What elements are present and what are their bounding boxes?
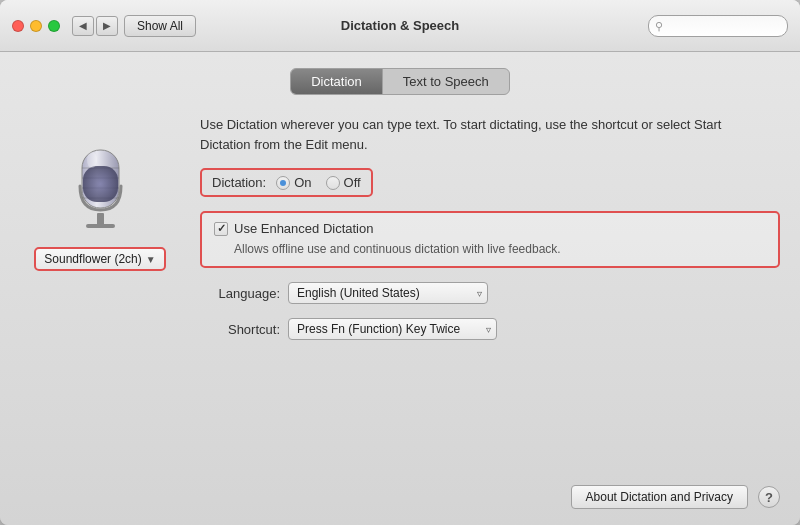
nav-buttons: ◀ ▶ xyxy=(72,16,118,36)
search-icon: ⚲ xyxy=(655,19,663,32)
right-panel: Use Dictation wherever you can type text… xyxy=(200,115,780,509)
radio-off[interactable]: Off xyxy=(326,175,361,190)
maximize-button[interactable] xyxy=(48,20,60,32)
language-select-wrapper: English (United States) English (United … xyxy=(288,282,488,304)
show-all-button[interactable]: Show All xyxy=(124,15,196,37)
tab-text-to-speech[interactable]: Text to Speech xyxy=(383,69,509,94)
about-dictation-button[interactable]: About Dictation and Privacy xyxy=(571,485,748,509)
radio-on[interactable]: On xyxy=(276,175,311,190)
tabs: Dictation Text to Speech xyxy=(290,68,510,95)
soundflower-dropdown[interactable]: Soundflower (2ch) ▼ xyxy=(34,247,165,271)
forward-button[interactable]: ▶ xyxy=(96,16,118,36)
microphone-icon xyxy=(60,135,140,235)
bottom-row: About Dictation and Privacy ? xyxy=(200,475,780,509)
dictation-toggle-row: Dictation: On Off xyxy=(200,168,373,197)
window-title: Dictation & Speech xyxy=(341,18,459,33)
main-panel: Soundflower (2ch) ▼ Use Dictation wherev… xyxy=(20,115,780,509)
content-area: Dictation Text to Speech xyxy=(0,52,800,525)
minimize-button[interactable] xyxy=(30,20,42,32)
description-text: Use Dictation wherever you can type text… xyxy=(200,115,780,154)
search-input[interactable] xyxy=(648,15,788,37)
svg-rect-1 xyxy=(86,224,115,228)
radio-on-label: On xyxy=(294,175,311,190)
titlebar: ◀ ▶ Show All Dictation & Speech ⚲ xyxy=(0,0,800,52)
shortcut-select[interactable]: Press Fn (Function) Key Twice Press Righ… xyxy=(288,318,497,340)
help-button[interactable]: ? xyxy=(758,486,780,508)
language-select[interactable]: English (United States) English (United … xyxy=(288,282,488,304)
radio-group: On Off xyxy=(276,175,360,190)
left-panel: Soundflower (2ch) ▼ xyxy=(20,115,180,509)
traffic-lights xyxy=(12,20,60,32)
language-label: Language: xyxy=(200,286,280,301)
back-button[interactable]: ◀ xyxy=(72,16,94,36)
language-row: Language: English (United States) Englis… xyxy=(200,282,780,304)
dropdown-arrow-icon: ▼ xyxy=(146,254,156,265)
tabs-container: Dictation Text to Speech xyxy=(20,68,780,95)
svg-rect-7 xyxy=(83,166,118,202)
svg-point-8 xyxy=(87,152,97,168)
enhanced-label: Use Enhanced Dictation xyxy=(234,221,373,236)
dictation-field-label: Dictation: xyxy=(212,175,266,190)
window: ◀ ▶ Show All Dictation & Speech ⚲ Dictat… xyxy=(0,0,800,525)
shortcut-row: Shortcut: Press Fn (Function) Key Twice … xyxy=(200,318,780,340)
soundflower-label: Soundflower (2ch) xyxy=(44,252,141,266)
radio-off-button[interactable] xyxy=(326,176,340,190)
shortcut-select-wrapper: Press Fn (Function) Key Twice Press Righ… xyxy=(288,318,497,340)
svg-rect-0 xyxy=(97,213,104,225)
radio-off-label: Off xyxy=(344,175,361,190)
enhanced-description: Allows offline use and continuous dictat… xyxy=(214,240,766,258)
shortcut-label: Shortcut: xyxy=(200,322,280,337)
search-bar: ⚲ xyxy=(648,15,788,37)
enhanced-checkbox[interactable] xyxy=(214,222,228,236)
tab-dictation[interactable]: Dictation xyxy=(291,69,382,94)
close-button[interactable] xyxy=(12,20,24,32)
enhanced-dictation-box: Use Enhanced Dictation Allows offline us… xyxy=(200,211,780,268)
enhanced-title-row: Use Enhanced Dictation xyxy=(214,221,766,236)
radio-on-button[interactable] xyxy=(276,176,290,190)
